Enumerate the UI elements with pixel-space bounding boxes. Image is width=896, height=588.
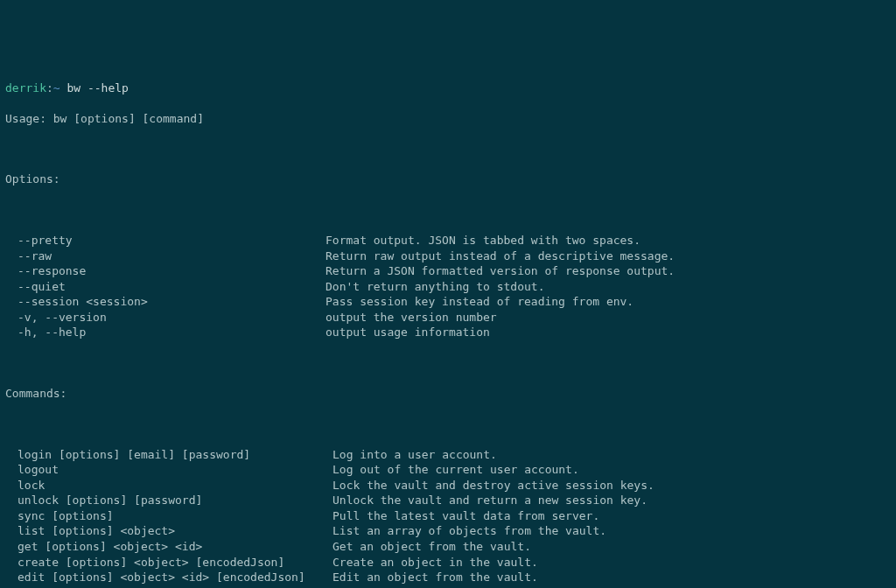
commands-header: Commands:	[5, 386, 891, 402]
option-desc: Format output. JSON is tabbed with two s…	[326, 233, 891, 248]
command-row: logoutLog out of the current user accoun…	[5, 462, 891, 478]
option-desc: output the version number	[326, 310, 891, 326]
option-row: -v, --versionoutput the version number	[5, 310, 891, 326]
command-name: logout	[18, 462, 332, 478]
command-desc: Unlock the vault and return a new sessio…	[332, 493, 891, 508]
command-row: unlock [options] [password]Unlock the va…	[5, 493, 891, 508]
command-name: edit [options] <object> <id> [encodedJso…	[18, 570, 332, 585]
command-name: get [options] <object> <id>	[18, 539, 332, 555]
command-name: list [options] <object>	[18, 523, 332, 539]
command-row: get [options] <object> <id>Get an object…	[5, 539, 891, 555]
option-flag: --response	[18, 263, 326, 279]
option-flag: --quiet	[18, 279, 326, 295]
command-desc: Lock the vault and destroy active sessio…	[332, 478, 891, 494]
command-desc: Delete an object from the vault.	[332, 585, 891, 588]
command-row: login [options] [email] [password]Log in…	[5, 447, 891, 463]
command-row: list [options] <object>List an array of …	[5, 523, 891, 539]
option-row: --session <session>Pass session key inst…	[5, 294, 891, 310]
option-desc: Return raw output instead of a descripti…	[326, 248, 891, 264]
option-flag: --session <session>	[18, 294, 326, 310]
option-row: --quietDon't return anything to stdout.	[5, 279, 891, 295]
prompt-sep: :	[46, 81, 53, 94]
option-flag: -h, --help	[18, 325, 326, 340]
option-desc: output usage information	[326, 325, 891, 340]
command-desc: Create an object in the vault.	[332, 555, 891, 570]
command-name: login [options] [email] [password]	[18, 447, 332, 463]
prompt-user: derrik	[5, 81, 46, 94]
command-desc: Edit an object from the vault.	[332, 570, 891, 585]
command-desc: Get an object from the vault.	[332, 539, 891, 555]
option-flag: --pretty	[18, 233, 326, 248]
command-row: create [options] <object> [encodedJson]C…	[5, 555, 891, 570]
command-name: delete [options] <object> <id>	[18, 585, 332, 588]
command-row: lockLock the vault and destroy active se…	[5, 478, 891, 494]
options-header: Options:	[5, 172, 891, 187]
option-row: --responseReturn a JSON formatted versio…	[5, 263, 891, 279]
command-name: lock	[18, 478, 332, 494]
command-row: delete [options] <object> <id>Delete an …	[5, 585, 891, 588]
terminal-output[interactable]: derrik:~ bw --help Usage: bw [options] […	[5, 65, 891, 588]
prompt-path: ~	[53, 81, 60, 94]
option-desc: Return a JSON formatted version of respo…	[326, 263, 891, 279]
command-desc: Log out of the current user account.	[332, 462, 891, 478]
command-desc: Log into a user account.	[332, 447, 891, 463]
command-desc: Pull the latest vault data from server.	[332, 508, 891, 524]
command-row: sync [options]Pull the latest vault data…	[5, 508, 891, 524]
typed-command: bw --help	[66, 81, 128, 94]
option-flag: --raw	[18, 248, 326, 264]
option-row: --rawReturn raw output instead of a desc…	[5, 248, 891, 264]
option-flag: -v, --version	[18, 310, 326, 326]
option-desc: Pass session key instead of reading from…	[326, 294, 891, 310]
command-name: sync [options]	[18, 508, 332, 524]
command-desc: List an array of objects from the vault.	[332, 523, 891, 539]
option-row: --prettyFormat output. JSON is tabbed wi…	[5, 233, 891, 248]
option-row: -h, --helpoutput usage information	[5, 325, 891, 340]
option-desc: Don't return anything to stdout.	[326, 279, 891, 295]
command-row: edit [options] <object> <id> [encodedJso…	[5, 570, 891, 585]
usage-line: Usage: bw [options] [command]	[5, 111, 891, 127]
command-name: unlock [options] [password]	[18, 493, 332, 508]
command-name: create [options] <object> [encodedJson]	[18, 555, 332, 570]
prompt-line: derrik:~ bw --help	[5, 80, 891, 96]
